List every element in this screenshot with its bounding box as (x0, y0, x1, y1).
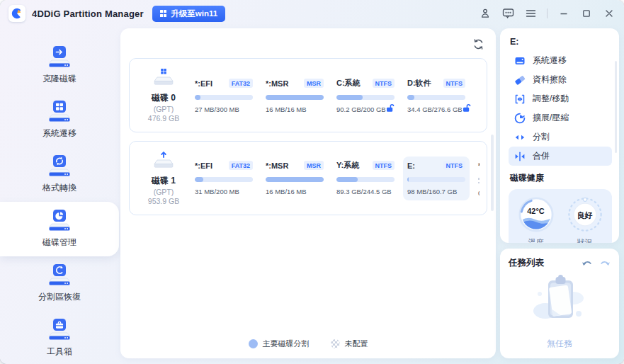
filesystem-badge: FAT32 (229, 79, 253, 88)
legend-item: 未配置 (331, 339, 368, 349)
sidebar-item-clone-disk[interactable]: 克隆磁碟 (0, 38, 119, 93)
partition[interactable]: *:EFI FAT32 31 MB/200 MB (191, 157, 257, 200)
partition-strip: *:EFI FAT32 31 MB/200 MB *:MSR MSR 16 MB… (191, 157, 480, 200)
status-label: 狀況 (577, 237, 593, 243)
action-item-migrate[interactable]: 系統遷移 (509, 51, 612, 70)
filesystem-badge: MSR (304, 79, 324, 88)
partition[interactable]: *:EFI FAT32 27 MB/300 MB (191, 74, 257, 117)
action-item-extend[interactable]: 擴展/壓縮 (509, 108, 612, 127)
disk-management-panel: 磁碟 0 (GPT) 476.9 GB *:EFI FAT32 27 MB/30… (120, 28, 496, 358)
toolbox (47, 318, 72, 341)
windows-icon (160, 10, 167, 17)
usage-bar (336, 95, 395, 100)
filesystem-badge: NTFS (443, 79, 466, 88)
action-list: 系統遷移 資料擦除 調整/移動 擴展/壓縮 分割 合併 (509, 51, 612, 166)
migrate-icon (514, 55, 526, 67)
usage-bar (266, 177, 324, 182)
usage-bar (336, 177, 395, 182)
split-icon (514, 132, 526, 143)
partition[interactable]: D:软件 NTFS 34.4 GB/276.6 GB (403, 74, 470, 117)
bitlocker-unlocked-icon (463, 103, 471, 115)
feedback-icon[interactable] (501, 7, 514, 20)
app-title: 4DDiG Partition Manager (32, 8, 144, 19)
action-item-erase[interactable]: 資料擦除 (509, 70, 612, 89)
no-tasks-label: 無任務 (547, 338, 572, 350)
filesystem-badge: NTFS (373, 161, 395, 170)
usage-bar (407, 177, 465, 182)
action-item-resize[interactable]: 調整/移動 (509, 89, 612, 108)
sidebar-item-label: 工具箱 (47, 346, 72, 358)
disk-health-card: 42°C 溫度 良好 狀況 (509, 189, 612, 243)
sidebar: 克隆磁碟 系統遷移 格式轉換 磁碟管理 分割區恢復 工具箱 (0, 27, 119, 364)
format-convert (47, 154, 72, 177)
action-item-split[interactable]: 分割 (509, 127, 612, 147)
system-migration (47, 100, 72, 123)
disk-list: 磁碟 0 (GPT) 476.9 GB *:EFI FAT32 27 MB/30… (120, 58, 496, 215)
disk-info[interactable]: 磁碟 1 (GPT) 953.9 GB (137, 151, 191, 205)
volume-actions-panel: E: 系統遷移 資料擦除 調整/移動 擴展/壓縮 分割 合併 磁碟健康 (500, 28, 619, 243)
empty-tasks-illustration (526, 271, 594, 336)
temperature-label: 溫度 (528, 237, 544, 243)
disk-management (47, 209, 72, 232)
filesystem-badge: MSR (304, 161, 324, 170)
task-list-title: 任務列表 (509, 257, 544, 269)
minimize-icon[interactable] (557, 7, 570, 20)
sidebar-item-partition-recovery[interactable]: 分割區恢復 (0, 256, 119, 311)
sidebar-item-label: 系統遷移 (42, 127, 76, 140)
menu-icon[interactable] (524, 7, 537, 20)
status-value: 良好 (567, 210, 603, 221)
partition-recovery (47, 263, 72, 286)
sidebar-item-system-migration[interactable]: 系統遷移 (0, 93, 119, 147)
undo-icon[interactable] (582, 258, 593, 268)
bitlocker-unlocked-icon (386, 103, 395, 115)
partition[interactable]: *:MSR MSR 16 MB/16 MB (261, 74, 328, 117)
partition[interactable]: E: NTFS 98 MB/160.7 GB (403, 157, 470, 200)
account-icon[interactable] (479, 7, 492, 20)
disk-health-title: 磁碟健康 (510, 172, 612, 184)
partition[interactable]: *:MSR MSR 16 MB/16 MB (261, 157, 328, 200)
sidebar-item-toolbox[interactable]: 工具箱 (0, 311, 119, 364)
sidebar-item-label: 分割區恢復 (38, 291, 81, 303)
status-gauge: 良好 (567, 196, 603, 233)
legend-item: 主要磁碟分割 (249, 339, 310, 349)
merge-icon (514, 151, 526, 162)
disk-windows (152, 68, 175, 90)
partition[interactable]: C:系統 NTFS 90.2 GB/200 GB (332, 74, 399, 117)
legend-swatch (331, 339, 340, 348)
filesystem-badge: FAT32 (229, 161, 253, 170)
temperature-value: 42°C (518, 207, 555, 215)
disk-info[interactable]: 磁碟 0 (GPT) 476.9 GB (137, 68, 191, 123)
app-window: 4DDiG Partition Manager 升级至win11 (0, 0, 624, 364)
action-item-merge[interactable]: 合併 (509, 147, 612, 166)
partition[interactable]: *: 0 M (474, 157, 480, 200)
filesystem-badge: NTFS (373, 79, 395, 88)
filesystem-badge: NTFS (443, 161, 466, 170)
clone-disk (47, 45, 72, 68)
sidebar-item-label: 磁碟管理 (42, 237, 76, 249)
partition[interactable]: Y:系統 NTFS 89.3 GB/244.5 GB (332, 157, 399, 200)
sidebar-item-disk-management[interactable]: 磁碟管理 (0, 202, 119, 256)
temperature-gauge: 42°C (518, 196, 555, 233)
actions-scrollbar-thumb[interactable] (615, 61, 618, 153)
main-scrollbar-thumb[interactable] (491, 135, 494, 211)
usage-bar (407, 95, 465, 100)
close-icon[interactable] (603, 7, 616, 20)
unallocated-pattern-icon (478, 176, 480, 183)
refresh-icon[interactable] (472, 38, 484, 50)
selected-volume-label: E: (510, 37, 612, 47)
legend: 主要磁碟分割 未配置 (120, 339, 496, 349)
resize-icon (514, 93, 526, 105)
partition-strip: *:EFI FAT32 27 MB/300 MB *:MSR MSR 16 MB… (191, 74, 480, 117)
erase-icon (514, 74, 526, 86)
app-logo-icon (8, 5, 25, 22)
disk-row: 磁碟 1 (GPT) 953.9 GB *:EFI FAT32 31 MB/20… (129, 141, 487, 215)
upgrade-to-win11-button[interactable]: 升级至win11 (152, 6, 225, 22)
extend-icon (514, 113, 526, 124)
titlebar: 4DDiG Partition Manager 升级至win11 (0, 0, 624, 27)
maximize-icon[interactable] (580, 7, 593, 20)
redo-icon[interactable] (599, 258, 611, 268)
usage-bar (266, 95, 324, 100)
titlebar-divider (547, 8, 548, 18)
sidebar-item-label: 克隆磁碟 (42, 73, 76, 85)
sidebar-item-format-convert[interactable]: 格式轉換 (0, 147, 119, 202)
